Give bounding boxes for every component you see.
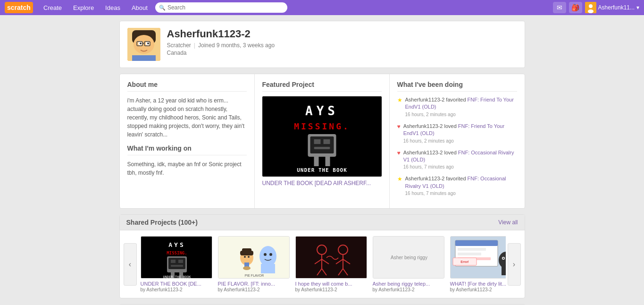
heart-icon: ♥ <box>397 123 401 130</box>
activity-time: 16 hours, 7 minutes ago <box>405 190 517 197</box>
svg-point-43 <box>248 256 250 258</box>
svg-rect-15 <box>132 55 156 61</box>
activity-text: Asherfunk1123-2 loved FNF: Friend To You… <box>403 123 517 144</box>
projects-carousel: ‹ AYS MISSING. <box>120 230 525 298</box>
navbar: scratch Create Explore Ideas About 🔍 ✉ 🎒… <box>0 0 644 15</box>
shared-projects-card: Shared Projects (100+) View all ‹ AYS MI… <box>119 214 525 298</box>
svg-rect-25 <box>325 157 330 166</box>
activity-text: Asherfunk1123-2 favorited FNF: Occasiona… <box>405 175 517 197</box>
nav-avatar <box>585 2 596 13</box>
svg-point-4 <box>588 9 594 13</box>
svg-text:Asher being riggy: Asher being riggy <box>391 255 427 260</box>
featured-title[interactable]: UNDER THE BOOK [DEAD AIR ASHERF... <box>262 180 371 186</box>
activity-section: What I've been doing ★ Asherfunk1123-2 f… <box>390 74 525 208</box>
bag-button[interactable]: 🎒 <box>569 2 582 13</box>
list-item: PIE FLAVOR PIE FLAVOR. [FT: inno... by A… <box>218 236 290 292</box>
svg-rect-48 <box>261 264 275 273</box>
list-item: Asher being riggy Asher being riggy tele… <box>373 236 444 292</box>
project-title[interactable]: Asher being riggy telep... <box>373 281 444 287</box>
nav-username: Asherfunk11... <box>598 4 635 11</box>
activity-time: 16 hours, 2 minutes ago <box>403 138 517 144</box>
search-input[interactable] <box>167 4 284 11</box>
activity-time: 16 hours, 7 minutes ago <box>403 164 517 170</box>
activity-time: 16 hours, 2 minutes ago <box>405 111 517 118</box>
svg-rect-32 <box>171 260 176 263</box>
svg-point-76 <box>502 258 504 259</box>
dropdown-arrow: ▾ <box>636 4 639 11</box>
svg-rect-38 <box>218 237 290 279</box>
svg-text:MISSING.: MISSING. <box>294 121 350 131</box>
view-all-link[interactable]: View all <box>498 219 518 226</box>
activity-text: Asherfunk1123-2 favorited FNF: Friend To… <box>405 96 517 118</box>
featured-thumbnail[interactable]: AYS MISSING. UNDER THE BOOK <box>262 96 382 177</box>
project-thumbnail[interactable]: AYS MISSING. UNDER THE BOOK <box>141 236 212 279</box>
profile-info: Asherfunk1123-2 Scratcher | Joined 9 mon… <box>167 28 275 56</box>
svg-rect-51 <box>296 237 367 279</box>
svg-rect-41 <box>242 248 251 252</box>
project-title[interactable]: UNDER THE BOOK [DE... <box>141 281 212 287</box>
carousel-next-button[interactable]: › <box>508 243 521 286</box>
list-item: AYS MISSING. UNDER THE BOOK UNDER <box>141 236 212 292</box>
profile-joined: Joined 9 months, 3 weeks ago <box>198 42 275 49</box>
list-item: Error! WHAT! [For the dirty lit... by As… <box>450 236 506 292</box>
svg-text:MISSING.: MISSING. <box>167 251 187 255</box>
search-icon: 🔍 <box>159 5 166 11</box>
profile-meta: Scratcher | Joined 9 months, 3 weeks ago <box>167 42 275 49</box>
scratch-logo[interactable]: scratch <box>5 2 33 13</box>
activity-item: ★ Asherfunk1123-2 favorited FNF: Friend … <box>397 96 517 118</box>
project-thumbnail[interactable] <box>295 236 367 279</box>
svg-text:UNDER THE BOOK: UNDER THE BOOK <box>297 167 347 173</box>
projects-list: AYS MISSING. UNDER THE BOOK UNDER <box>139 236 506 292</box>
svg-point-47 <box>269 253 272 256</box>
user-menu[interactable]: Asherfunk11... ▾ <box>585 2 639 13</box>
svg-rect-34 <box>171 265 183 267</box>
profile-header: Asherfunk1123-2 Scratcher | Joined 9 mon… <box>119 21 525 68</box>
svg-rect-31 <box>168 258 185 269</box>
activity-text: Asherfunk1123-2 loved FNF: Occasional Ri… <box>403 149 517 171</box>
project-thumbnail[interactable]: Error! <box>450 236 506 279</box>
star-icon: ★ <box>397 97 402 103</box>
about-text: i'm Asher, a 12 year old kid who is erm.… <box>127 96 247 139</box>
featured-section: Featured Project AYS MISSING. <box>255 74 390 208</box>
nav-create[interactable]: Create <box>38 0 67 15</box>
activity-heading: What I've been doing <box>397 81 517 92</box>
activity-item: ♥ Asherfunk1123-2 loved FNF: Occasional … <box>397 149 517 171</box>
nav-ideas[interactable]: Ideas <box>100 0 126 15</box>
svg-point-42 <box>244 256 246 258</box>
svg-rect-33 <box>178 260 183 263</box>
working-on-text: Something, idk, maybe an fnf or Sonic pr… <box>127 160 247 177</box>
svg-rect-22 <box>323 139 330 144</box>
shared-projects-header: Shared Projects (100+) View all <box>120 215 525 230</box>
svg-text:scratch: scratch <box>7 4 31 11</box>
svg-text:UNDER THE BOOK: UNDER THE BOOK <box>163 275 191 279</box>
project-author: by Asherfunk1123-2 <box>141 287 212 292</box>
content-grid: About me i'm Asher, a 12 year old kid wh… <box>119 74 525 209</box>
project-title[interactable]: I hope they will come b... <box>295 281 367 287</box>
project-thumbnail[interactable]: Asher being riggy <box>373 236 444 279</box>
svg-rect-23 <box>314 147 330 149</box>
profile-role: Scratcher <box>167 42 191 49</box>
nav-about[interactable]: About <box>126 0 153 15</box>
project-title[interactable]: PIE FLAVOR. [FT: inno... <box>218 281 290 287</box>
project-thumbnail[interactable]: PIE FLAVOR <box>218 236 290 279</box>
project-author: by Asherfunk1123-2 <box>450 287 506 292</box>
messages-button[interactable]: ✉ <box>553 2 566 13</box>
nav-right: ✉ 🎒 Asherfunk11... ▾ <box>553 2 639 13</box>
search-bar[interactable]: 🔍 <box>155 2 287 13</box>
about-heading: About me <box>127 81 247 92</box>
svg-text:PIE FLAVOR: PIE FLAVOR <box>244 274 264 277</box>
activity-item: ★ Asherfunk1123-2 favorited FNF: Occasio… <box>397 175 517 197</box>
list-item: I hope they will come b... by Asherfunk1… <box>295 236 367 292</box>
svg-rect-69 <box>456 241 497 245</box>
svg-rect-78 <box>502 266 506 275</box>
svg-text:Error!: Error! <box>460 260 469 263</box>
carousel-prev-button[interactable]: ‹ <box>124 243 137 286</box>
star-icon: ★ <box>397 176 402 182</box>
svg-text:AYS: AYS <box>168 241 185 248</box>
project-title[interactable]: WHAT! [For the dirty lit... <box>450 281 506 287</box>
profile-avatar <box>127 28 160 61</box>
heart-icon: ♥ <box>397 150 401 156</box>
project-author: by Asherfunk1123-2 <box>295 287 367 292</box>
project-author: by Asherfunk1123-2 <box>218 287 290 292</box>
nav-explore[interactable]: Explore <box>67 0 100 15</box>
